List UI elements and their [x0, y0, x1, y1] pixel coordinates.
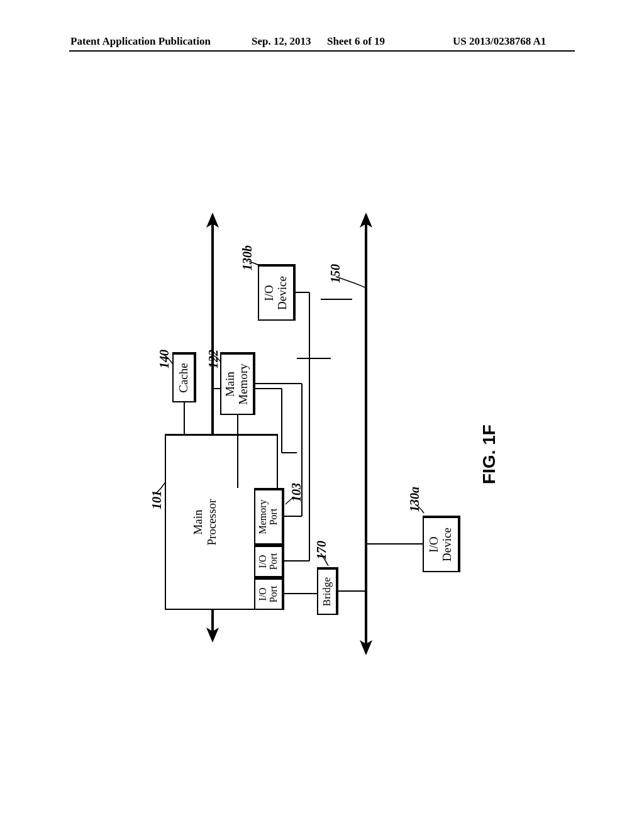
header-pub-number: US 2013/0238768 A1: [453, 35, 546, 48]
page-root: Patent Application Publication Sep. 12, …: [0, 0, 644, 830]
header-pub-type: Patent Application Publication: [70, 35, 211, 48]
header-sheet: Sheet 6 of 19: [327, 35, 385, 48]
diagram-rotated-container: Main Processor I/O Port I/O Port Memory …: [146, 208, 498, 648]
header-rule: [69, 50, 575, 52]
header-date: Sep. 12, 2013: [252, 35, 311, 48]
connectors-svg: [146, 208, 498, 648]
